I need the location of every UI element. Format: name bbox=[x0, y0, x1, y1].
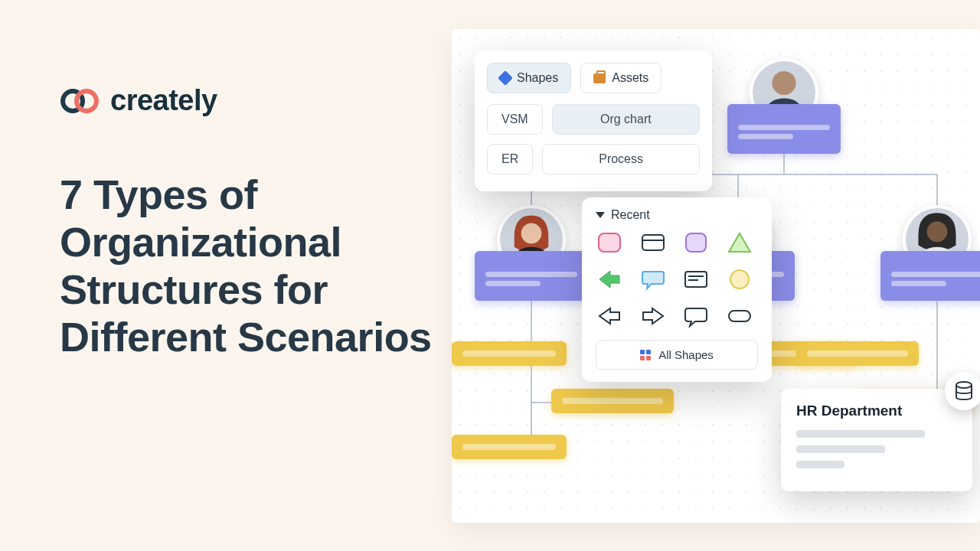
brand-name: creately bbox=[110, 84, 217, 117]
org-leaf-box[interactable] bbox=[452, 341, 567, 366]
logo-mark-icon bbox=[60, 87, 103, 115]
all-shapes-label: All Shapes bbox=[658, 348, 714, 361]
shape-arrow-left-outline-icon[interactable] bbox=[596, 305, 623, 328]
svg-point-23 bbox=[730, 270, 749, 289]
tab-shapes[interactable]: Shapes bbox=[487, 63, 571, 93]
tab-assets[interactable]: Assets bbox=[580, 63, 662, 93]
svg-rect-16 bbox=[599, 233, 620, 252]
brand-logo: creately bbox=[60, 84, 458, 117]
svg-point-1 bbox=[77, 91, 96, 111]
chip-orgchart[interactable]: Org chart bbox=[552, 104, 700, 135]
shape-triangle-icon[interactable] bbox=[726, 231, 753, 254]
org-node-child-3[interactable] bbox=[880, 251, 980, 301]
recent-label: Recent bbox=[611, 208, 650, 222]
hr-card-title: HR Department bbox=[796, 403, 957, 419]
hr-department-card[interactable]: HR Department bbox=[781, 389, 972, 491]
svg-point-12 bbox=[772, 71, 795, 95]
all-shapes-button[interactable]: All Shapes bbox=[596, 340, 758, 370]
chip-vsm[interactable]: VSM bbox=[487, 104, 543, 135]
shape-rounded-rect-pink-icon[interactable] bbox=[596, 231, 623, 254]
shape-list-card-icon[interactable] bbox=[682, 268, 710, 291]
org-leaf-box[interactable] bbox=[796, 341, 919, 366]
shape-card-icon[interactable] bbox=[639, 231, 667, 254]
diagram-canvas[interactable]: Shapes Assets VSM Org chart ER Process R… bbox=[452, 29, 980, 523]
shape-arrow-left-green-icon[interactable] bbox=[596, 268, 623, 291]
chip-process[interactable]: Process bbox=[542, 144, 700, 174]
diamond-icon bbox=[498, 70, 513, 86]
page-headline: 7 Types of Organizational Structures for… bbox=[60, 171, 458, 360]
shape-circle-yellow-icon[interactable] bbox=[726, 268, 753, 291]
recent-header[interactable]: Recent bbox=[596, 208, 758, 222]
svg-point-13 bbox=[521, 223, 542, 244]
shape-pill-outline-icon[interactable] bbox=[726, 305, 753, 328]
svg-rect-17 bbox=[642, 235, 664, 250]
shape-rounded-rect-purple-icon[interactable] bbox=[682, 231, 710, 254]
shapes-popover: Shapes Assets VSM Org chart ER Process bbox=[475, 51, 712, 191]
svg-point-15 bbox=[927, 221, 948, 242]
shape-arrow-right-outline-icon[interactable] bbox=[639, 305, 667, 328]
tab-label: Assets bbox=[612, 71, 648, 85]
shape-grid bbox=[596, 231, 758, 328]
placeholder-line bbox=[796, 430, 925, 438]
grid-icon bbox=[640, 350, 651, 360]
placeholder-line bbox=[796, 461, 844, 468]
org-node-root[interactable] bbox=[727, 104, 841, 154]
briefcase-icon bbox=[593, 73, 606, 83]
svg-rect-19 bbox=[686, 233, 706, 252]
svg-rect-24 bbox=[729, 311, 750, 321]
placeholder-line bbox=[796, 445, 885, 453]
left-panel: creately 7 Types of Organizational Struc… bbox=[60, 84, 458, 360]
tab-label: Shapes bbox=[517, 71, 558, 85]
chip-er[interactable]: ER bbox=[487, 144, 533, 174]
org-leaf-box[interactable] bbox=[551, 389, 674, 413]
recent-shapes-panel: Recent All Shapes bbox=[582, 197, 772, 382]
svg-point-25 bbox=[956, 382, 972, 388]
org-node-child-1[interactable] bbox=[475, 251, 588, 301]
org-leaf-box[interactable] bbox=[452, 435, 567, 459]
shape-speech-bubble-outline-icon[interactable] bbox=[682, 305, 710, 328]
shape-speech-bubble-blue-icon[interactable] bbox=[639, 268, 667, 291]
caret-down-icon bbox=[596, 212, 605, 218]
